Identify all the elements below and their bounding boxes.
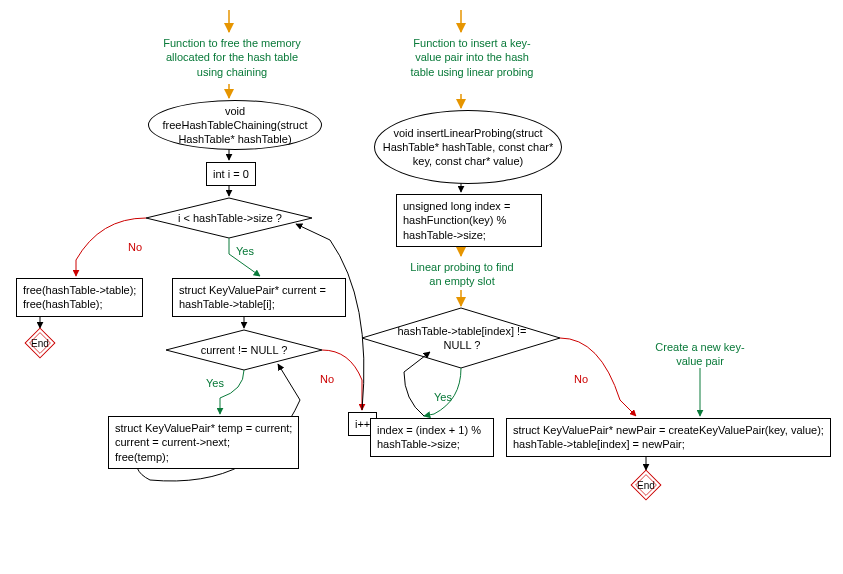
func-free-chaining: void freeHashTableChaining(struct HashTa… xyxy=(148,100,322,150)
label-yes-1: Yes xyxy=(236,244,254,258)
assign-current: struct KeyValuePair* current = hashTable… xyxy=(172,278,346,317)
label-yes-r: Yes xyxy=(434,390,452,404)
cond-i-lt-size: i < hashTable->size ? xyxy=(170,211,290,225)
end-right: End xyxy=(635,474,657,496)
label-no-1: No xyxy=(128,240,142,254)
label-yes-2: Yes xyxy=(206,376,224,390)
comment-create-pair: Create a new key-value pair xyxy=(650,340,750,369)
comment-insert-linear: Function to insert a key-value pair into… xyxy=(402,36,542,79)
free-hashtable-block: free(hashTable->table); free(hashTable); xyxy=(16,278,143,317)
label-no-2: No xyxy=(320,372,334,386)
label-no-r: No xyxy=(574,372,588,386)
end-label-r: End xyxy=(637,480,655,491)
create-pair-block: struct KeyValuePair* newPair = createKey… xyxy=(506,418,831,457)
end-label: End xyxy=(31,338,49,349)
comment-linear-probing: Linear probing to find an empty slot xyxy=(406,260,518,289)
end-left-1: End xyxy=(29,332,51,354)
loop-body-free: struct KeyValuePair* temp = current; cur… xyxy=(108,416,299,469)
loop-body-probe: index = (index + 1) % hashTable->size; xyxy=(370,418,494,457)
cond-current-null: current != NULL ? xyxy=(188,343,300,357)
cond-slot-null: hashTable->table[index] != NULL ? xyxy=(396,324,528,353)
func-insert-linear: void insertLinearProbing(struct HashTabl… xyxy=(374,110,562,184)
assign-index: unsigned long index = hashFunction(key) … xyxy=(396,194,542,247)
comment-free-chaining: Function to free the memory allocated fo… xyxy=(152,36,312,79)
init-i: int i = 0 xyxy=(206,162,256,186)
